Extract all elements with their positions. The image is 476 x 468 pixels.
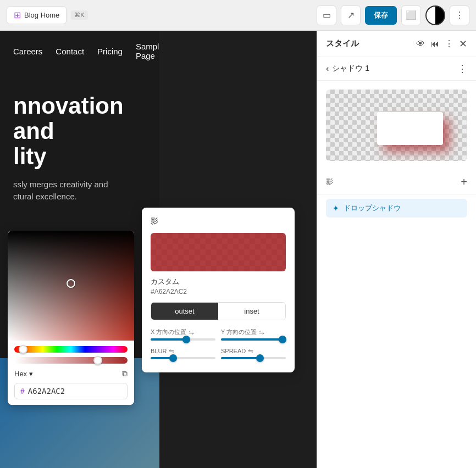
adjust-icon-spread: ⇋ — [248, 347, 253, 355]
format-select[interactable]: Hex ▾ — [14, 370, 33, 378]
back-arrow-icon[interactable]: ‹ — [326, 64, 329, 74]
spread-slider[interactable] — [221, 357, 286, 359]
x-control: X 方向の位置 ⇋ — [151, 328, 215, 341]
hue-slider[interactable] — [14, 346, 128, 353]
copy-icon[interactable]: ⧉ — [122, 369, 128, 378]
outset-tab[interactable]: outset — [151, 303, 218, 320]
x-dot[interactable] — [182, 336, 190, 343]
preview-shadow-box — [377, 112, 443, 145]
outset-inset-toggle: outset inset — [151, 302, 286, 320]
hero-subtitle: ssly merges creativity andctural excelle… — [13, 179, 146, 203]
color-format-row: Hex ▾ ⧉ — [14, 369, 128, 378]
external-link-icon: ↗ — [347, 10, 355, 20]
blog-home-button[interactable]: ⊞ Blog Home — [7, 6, 67, 24]
color-label: カスタム — [151, 277, 286, 287]
x-label: X 方向の位置 ⇋ — [151, 328, 215, 336]
spread-dot[interactable] — [256, 354, 264, 362]
nav-careers[interactable]: Careers — [13, 47, 42, 56]
color-gradient-area[interactable] — [8, 231, 134, 341]
top-bar-left: ⊞ Blog Home ⌘K — [7, 6, 88, 24]
hash-symbol: # — [20, 387, 25, 395]
external-link-btn[interactable]: ↗ — [341, 5, 361, 25]
adjust-icon-blur: ⇋ — [169, 347, 174, 355]
alpha-slider[interactable] — [14, 357, 128, 364]
panel-title: スタイル — [326, 38, 359, 49]
hero-title-line2: lity — [13, 144, 146, 169]
shadow-section: 影 + — [317, 170, 476, 194]
panel-header: スタイル 👁 ⏮ ⋮ ✕ — [317, 31, 476, 57]
y-control: Y 方向の位置 ⇋ — [221, 328, 286, 341]
shadow-more-icon[interactable]: ⋮ — [457, 63, 467, 75]
shadow-nav-left: ‹ シャドウ 1 — [326, 64, 369, 74]
blur-spread-row: BLUR ⇋ SPREAD ⇋ — [151, 347, 286, 359]
blur-slider[interactable] — [151, 357, 215, 359]
top-bar-right: ▭ ↗ 保存 ⬜ ⋮ — [317, 5, 469, 25]
y-dot[interactable] — [279, 336, 286, 343]
top-bar: ⊞ Blog Home ⌘K ▭ ↗ 保存 ⬜ ⋮ — [0, 0, 476, 31]
chevron-down-icon: ▾ — [29, 370, 33, 378]
hero-section: nnovation and lity ssly merges creativit… — [0, 71, 159, 214]
layout-icon: ⬜ — [406, 10, 417, 20]
color-controls: Hex ▾ ⧉ # — [8, 341, 134, 405]
color-picker-panel: Hex ▾ ⧉ # — [8, 231, 134, 405]
shadow-nav: ‹ シャドウ 1 ⋮ — [317, 57, 476, 81]
drop-shadow-label: ドロップシャドウ — [344, 203, 401, 213]
monitor-icon-btn[interactable]: ▭ — [317, 5, 336, 25]
inset-tab[interactable]: inset — [218, 303, 285, 320]
history-icon[interactable]: ⏮ — [430, 39, 439, 49]
add-shadow-button[interactable]: + — [461, 176, 467, 187]
blur-control: BLUR ⇋ — [151, 347, 215, 359]
more-icon[interactable]: ⋮ — [445, 38, 453, 49]
blog-home-label: Blog Home — [24, 11, 59, 19]
blur-dot[interactable] — [169, 354, 177, 362]
right-panel: スタイル 👁 ⏮ ⋮ ✕ ‹ シャドウ 1 ⋮ 影 + ✦ ドロップシャドウ — [317, 31, 476, 468]
shadow-popup-title: 影 — [151, 216, 286, 226]
layout-btn[interactable]: ⬜ — [401, 5, 421, 25]
hex-input[interactable] — [28, 387, 121, 395]
color-value: #A62A2AC2 — [151, 288, 286, 296]
hero-title-line1: nnovation and — [13, 93, 146, 144]
hue-thumb[interactable] — [19, 345, 27, 354]
shadow-nav-title: シャドウ 1 — [332, 64, 369, 74]
panel-header-icons: 👁 ⏮ ⋮ ✕ — [416, 38, 467, 49]
xy-controls-row: X 方向の位置 ⇋ Y 方向の位置 ⇋ — [151, 328, 286, 341]
adjust-icon-y: ⇋ — [259, 328, 264, 336]
site-nav: Careers Contact Pricing Sample Page Why … — [0, 31, 159, 71]
sun-icon: ✦ — [333, 204, 339, 213]
adjust-icon-x: ⇋ — [189, 328, 194, 336]
hero-title: nnovation and lity — [13, 93, 146, 170]
grid-icon: ⊞ — [14, 10, 21, 20]
x-slider[interactable] — [151, 338, 215, 341]
y-slider[interactable] — [221, 338, 286, 341]
shortcut-badge: ⌘K — [71, 10, 87, 20]
blur-label: BLUR ⇋ — [151, 347, 215, 355]
shadow-popup: 影 カスタム #A62A2AC2 outset inset X 方向の位置 ⇋ … — [142, 208, 295, 372]
nav-pricing[interactable]: Pricing — [97, 47, 123, 56]
close-button[interactable]: ✕ — [459, 39, 467, 49]
drop-shadow-item[interactable]: ✦ ドロップシャドウ — [326, 199, 467, 218]
nav-contact[interactable]: Contact — [56, 47, 84, 56]
save-button[interactable]: 保存 — [365, 6, 397, 25]
spread-label: SPREAD ⇋ — [221, 347, 286, 355]
preview-area — [326, 90, 467, 161]
hex-input-row: # — [14, 383, 128, 399]
shadow-section-label: 影 — [326, 177, 333, 187]
nav-sample-page[interactable]: Sample Page — [136, 42, 159, 60]
alpha-thumb[interactable] — [93, 356, 102, 365]
more-options-btn[interactable]: ⋮ — [450, 5, 469, 25]
contrast-toggle[interactable] — [425, 5, 445, 25]
monitor-icon: ▭ — [323, 10, 331, 20]
y-label: Y 方向の位置 ⇋ — [221, 328, 286, 336]
format-label: Hex — [14, 370, 27, 378]
color-cursor[interactable] — [67, 279, 75, 288]
spread-control: SPREAD ⇋ — [221, 347, 286, 359]
ellipsis-icon: ⋮ — [455, 10, 464, 20]
color-preview-box[interactable] — [151, 233, 286, 271]
color-preview-fill — [151, 233, 286, 271]
eye-icon[interactable]: 👁 — [416, 39, 425, 49]
